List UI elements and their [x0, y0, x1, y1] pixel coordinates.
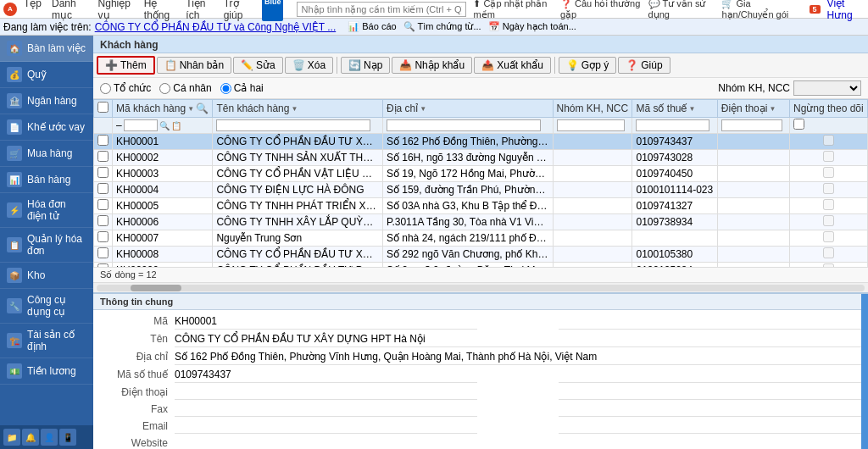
suggest-button[interactable]: 💡 Gợp ý	[559, 57, 616, 74]
sidebar-item-quy[interactable]: 💰 Quỹ	[0, 62, 93, 88]
radio-cahai-input[interactable]	[220, 83, 231, 94]
th-nhom[interactable]: Nhóm KH, NCC	[553, 100, 632, 118]
menu-tep[interactable]: Tệp	[24, 0, 42, 21]
row-checkbox[interactable]	[97, 151, 108, 162]
table-row[interactable]: KH00007 Nguyễn Trung Sơn Số nhà 24, ngác…	[94, 230, 868, 247]
row-checkbox[interactable]	[97, 215, 108, 226]
row-checkbox[interactable]	[97, 247, 108, 258]
sidebar-item-hoadondientu[interactable]: ⚡ Hóa đơn điện tử	[0, 193, 93, 228]
filter-theo-checkbox[interactable]	[793, 119, 804, 130]
bottom-icon-2[interactable]: 🔔	[22, 429, 39, 446]
export-button[interactable]: 📤 Xuất khẩu	[474, 57, 551, 74]
radio-canhan[interactable]: Cá nhân	[159, 82, 211, 94]
row-checkbox[interactable]	[97, 183, 108, 194]
sidebar-item-tienluong[interactable]: 💵 Tiền lương	[0, 358, 93, 385]
cell-check[interactable]	[94, 214, 113, 230]
filter-nhom-input[interactable]	[557, 119, 626, 131]
sidebar-item-kho[interactable]: 📦 Kho	[0, 263, 93, 289]
filter-mst-input[interactable]	[636, 119, 709, 131]
hscroll[interactable]	[93, 282, 868, 292]
filter-diachi-input[interactable]	[387, 119, 541, 131]
table-row[interactable]: KH00008 CÔNG TY CỔ PHẦN ĐẦU TƯ XÂY DỰNG …	[94, 247, 868, 263]
filter-ma-icon2[interactable]: 🔍	[159, 121, 170, 130]
search-input[interactable]	[297, 2, 466, 17]
table-row[interactable]: KH00002 CÔNG TY TNHH SẢN XUẤT THƯƠNG MA …	[94, 150, 868, 166]
sort-ten-icon[interactable]: ▼	[291, 105, 298, 113]
row-checkbox[interactable]	[97, 167, 108, 178]
bottom-icon-1[interactable]: 📁	[3, 429, 20, 446]
sort-mst-icon[interactable]: ▼	[688, 105, 695, 113]
table-row[interactable]: KH00003 CÔNG TY CỔ PHẦN VẬT LIỆU XÂY DUN…	[94, 166, 868, 182]
bottom-icon-4[interactable]: 📱	[59, 429, 76, 446]
sidebar-item-nganhang[interactable]: 🏦 Ngân hàng	[0, 88, 93, 114]
th-ten[interactable]: Tên khách hàng ▼	[213, 100, 383, 118]
sidebar-item-quanlyhoadon[interactable]: 📋 Quản lý hóa đơn	[0, 228, 93, 263]
row-checkbox[interactable]	[97, 231, 108, 242]
user-name[interactable]: Việt Hưng	[827, 0, 865, 21]
th-check[interactable]	[94, 100, 113, 118]
th-ma[interactable]: Mã khách hàng ▼ 🔍	[113, 100, 213, 118]
sidebar-item-taisan[interactable]: 🏗️ Tài sản cố định	[0, 324, 93, 358]
sort-dt-icon[interactable]: ▼	[769, 105, 776, 113]
table-row[interactable]: KH00005 CÔNG TY TNHH PHÁT TRIỂN XÂY DỰNG…	[94, 198, 868, 214]
sort-ma-icon[interactable]: ▼	[187, 105, 194, 113]
copy-button[interactable]: 📋 Nhân bản	[157, 57, 231, 74]
th-dt[interactable]: Điện thoại ▼	[717, 100, 789, 118]
sidebar-item-congcu[interactable]: 🔧 Công cụ dụng cụ	[0, 289, 93, 324]
sort-diachi-icon[interactable]: ▼	[420, 105, 426, 113]
delete-button[interactable]: 🗑️ Xóa	[285, 57, 333, 74]
cell-check[interactable]	[94, 247, 113, 263]
row-checkbox[interactable]	[97, 199, 108, 210]
menu-trogiup[interactable]: Trợ giúp	[224, 0, 252, 21]
bottom-icon-3[interactable]: 👤	[41, 429, 58, 446]
sidebar-item-muahang[interactable]: 🛒 Mua hàng	[0, 141, 93, 167]
menu-hethong[interactable]: Hệ thống	[144, 0, 175, 21]
menu-nghiepvu[interactable]: Nghiệp vụ	[98, 0, 134, 21]
radio-tochuc[interactable]: Tổ chức	[100, 82, 151, 94]
help-button[interactable]: ❓ Giúp	[618, 57, 670, 74]
filter-ma-icon3[interactable]: 📋	[171, 121, 181, 130]
cell-check[interactable]	[94, 198, 113, 214]
filter-ten-input[interactable]	[216, 119, 370, 131]
table-row[interactable]: KH00004 CÔNG TY ĐIỆN LỰC HÀ ĐÔNG Số 159,…	[94, 182, 868, 198]
filter-dt-input[interactable]	[721, 119, 782, 131]
radio-canhan-input[interactable]	[159, 83, 170, 94]
menu-danhmuc[interactable]: Danh mục	[52, 0, 88, 21]
timchungtu-btn[interactable]: 🔍 Tìm chứng từ...	[403, 21, 481, 32]
cell-check[interactable]	[94, 182, 113, 198]
import-button[interactable]: 📥 Nhập khẩu	[392, 57, 472, 74]
radio-tochuc-input[interactable]	[100, 83, 111, 94]
radio-cahai[interactable]: Cả hai	[220, 82, 264, 94]
filter-ma-input[interactable]	[124, 119, 158, 131]
row-checkbox[interactable]	[97, 135, 108, 146]
sidebar-item-banlamviec[interactable]: 🏠 Bàn làm việc	[0, 36, 93, 62]
add-button[interactable]: ➕ Thêm	[97, 56, 155, 75]
hscroll-thumb[interactable]	[131, 285, 181, 291]
th-diachi[interactable]: Địa chỉ ▼	[382, 100, 553, 118]
cell-check[interactable]	[94, 150, 113, 166]
th-theo[interactable]: Ngừng theo dõi	[789, 100, 867, 118]
ngayhachton-btn[interactable]: 📅 Ngày hạch toán...	[488, 21, 576, 32]
company-link[interactable]: CÔNG TY CỔ PHẦN ĐẦU TƯ và Công Nghệ VIỆT…	[95, 21, 337, 33]
update-btn[interactable]: ⬆ Cập nhật phần mềm	[473, 0, 554, 20]
support-btn[interactable]: 💬 Tư vấn sử dụng	[648, 0, 715, 20]
cell-check[interactable]	[94, 230, 113, 247]
filter-ma-icon[interactable]: 🔍	[196, 103, 209, 114]
hscroll-track[interactable]	[97, 285, 865, 291]
cart-btn[interactable]: 🛒 Gia hạn/Chuyển gói	[721, 0, 802, 20]
table-row[interactable]: KH00006 CÔNG TY TNHH XÂY LẮP QUỲNH THAN …	[94, 214, 868, 230]
cell-check[interactable]	[94, 166, 113, 182]
right-panel-indicator[interactable]	[861, 294, 868, 449]
sidebar-item-kheuocvay[interactable]: 📄 Khế ước vay	[0, 114, 93, 141]
refresh-button[interactable]: 🔄 Nạp	[341, 57, 390, 74]
faq-btn[interactable]: ❓ Câu hỏi thường gặp	[560, 0, 642, 20]
table-row[interactable]: KH00001 CÔNG TY CỔ PHẦN ĐẦU TƯ XÂY DỰNG …	[94, 134, 868, 150]
select-all-checkbox[interactable]	[97, 102, 108, 113]
table-scroll[interactable]: Mã khách hàng ▼ 🔍 Tên khách hàng ▼	[93, 99, 868, 267]
filter-right-select[interactable]	[793, 80, 861, 96]
cell-check[interactable]	[94, 134, 113, 150]
menu-tienich[interactable]: Tiện ích	[186, 0, 213, 21]
th-mst[interactable]: Mã số thuế ▼	[632, 100, 717, 118]
edit-button[interactable]: ✏️ Sửa	[233, 57, 283, 74]
sidebar-item-banhang[interactable]: 📊 Bán hàng	[0, 167, 93, 193]
